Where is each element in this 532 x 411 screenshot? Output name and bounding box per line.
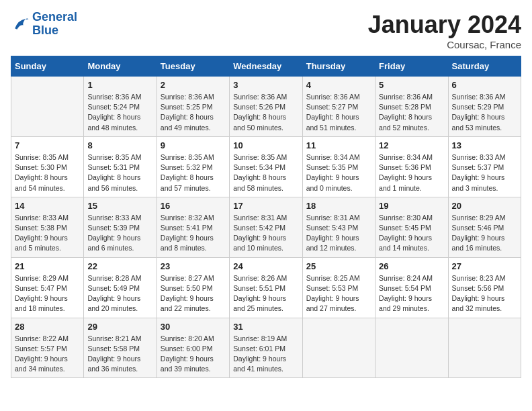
day-cell: 29Sunrise: 8:21 AMSunset: 5:58 PMDayligh…: [84, 318, 157, 378]
logo-blue: Blue: [32, 24, 58, 37]
day-info: Sunrise: 8:35 AMSunset: 5:30 PMDaylight:…: [15, 152, 80, 193]
day-info: Sunrise: 8:36 AMSunset: 5:28 PMDaylight:…: [379, 92, 444, 133]
day-info: Sunrise: 8:33 AMSunset: 5:38 PMDaylight:…: [15, 213, 80, 254]
day-info: Sunrise: 8:25 AMSunset: 5:53 PMDaylight:…: [306, 273, 371, 314]
day-cell: 7Sunrise: 8:35 AMSunset: 5:30 PMDaylight…: [11, 136, 84, 197]
day-number: 11: [306, 140, 371, 150]
day-cell: 21Sunrise: 8:29 AMSunset: 5:47 PMDayligh…: [11, 257, 84, 318]
day-cell: 19Sunrise: 8:30 AMSunset: 5:45 PMDayligh…: [375, 197, 448, 257]
day-info: Sunrise: 8:29 AMSunset: 5:46 PMDaylight:…: [452, 213, 517, 254]
day-info: Sunrise: 8:20 AMSunset: 6:00 PMDaylight:…: [161, 334, 226, 375]
day-number: 12: [379, 140, 444, 150]
day-info: Sunrise: 8:36 AMSunset: 5:25 PMDaylight:…: [161, 92, 226, 133]
day-info: Sunrise: 8:32 AMSunset: 5:41 PMDaylight:…: [161, 213, 226, 254]
day-number: 21: [15, 261, 80, 271]
day-info: Sunrise: 8:31 AMSunset: 5:43 PMDaylight:…: [306, 213, 371, 254]
day-header-thursday: Thursday: [302, 56, 375, 77]
days-header-row: SundayMondayTuesdayWednesdayThursdayFrid…: [11, 56, 521, 77]
day-cell: [448, 318, 521, 378]
day-cell: [302, 318, 375, 378]
day-cell: 5Sunrise: 8:36 AMSunset: 5:28 PMDaylight…: [375, 77, 448, 137]
day-cell: 30Sunrise: 8:20 AMSunset: 6:00 PMDayligh…: [157, 318, 229, 378]
day-info: Sunrise: 8:36 AMSunset: 5:29 PMDaylight:…: [452, 92, 517, 133]
day-cell: 18Sunrise: 8:31 AMSunset: 5:43 PMDayligh…: [302, 197, 375, 257]
day-cell: 4Sunrise: 8:36 AMSunset: 5:27 PMDaylight…: [302, 77, 375, 137]
logo: General Blue: [11, 11, 77, 38]
day-info: Sunrise: 8:24 AMSunset: 5:54 PMDaylight:…: [379, 273, 444, 314]
day-info: Sunrise: 8:28 AMSunset: 5:49 PMDaylight:…: [87, 273, 152, 314]
day-cell: 9Sunrise: 8:35 AMSunset: 5:32 PMDaylight…: [157, 136, 229, 197]
day-number: 30: [161, 322, 226, 332]
day-cell: 1Sunrise: 8:36 AMSunset: 5:24 PMDaylight…: [84, 77, 157, 137]
day-number: 24: [233, 261, 298, 271]
day-number: 27: [452, 261, 517, 271]
day-number: 2: [161, 80, 226, 90]
day-info: Sunrise: 8:35 AMSunset: 5:32 PMDaylight:…: [161, 152, 226, 193]
day-cell: 26Sunrise: 8:24 AMSunset: 5:54 PMDayligh…: [375, 257, 448, 318]
day-info: Sunrise: 8:35 AMSunset: 5:34 PMDaylight:…: [233, 152, 298, 193]
logo-icon: [11, 15, 30, 34]
day-info: Sunrise: 8:34 AMSunset: 5:36 PMDaylight:…: [379, 152, 444, 193]
day-header-tuesday: Tuesday: [157, 56, 229, 77]
day-info: Sunrise: 8:29 AMSunset: 5:47 PMDaylight:…: [15, 273, 80, 314]
day-number: 23: [161, 261, 226, 271]
day-header-saturday: Saturday: [448, 56, 521, 77]
day-number: 6: [452, 80, 517, 90]
week-row-5: 28Sunrise: 8:22 AMSunset: 5:57 PMDayligh…: [11, 318, 521, 378]
day-number: 31: [233, 322, 298, 332]
day-info: Sunrise: 8:27 AMSunset: 5:50 PMDaylight:…: [161, 273, 226, 314]
day-cell: 16Sunrise: 8:32 AMSunset: 5:41 PMDayligh…: [157, 197, 229, 257]
day-cell: 27Sunrise: 8:23 AMSunset: 5:56 PMDayligh…: [448, 257, 521, 318]
day-info: Sunrise: 8:30 AMSunset: 5:45 PMDaylight:…: [379, 213, 444, 254]
calendar-table: SundayMondayTuesdayWednesdayThursdayFrid…: [11, 56, 521, 378]
day-info: Sunrise: 8:22 AMSunset: 5:57 PMDaylight:…: [15, 334, 80, 375]
day-number: 10: [233, 140, 298, 150]
day-number: 8: [87, 140, 152, 150]
day-number: 3: [233, 80, 298, 90]
title-area: January 2024 Coursac, France: [368, 11, 521, 50]
day-cell: 13Sunrise: 8:33 AMSunset: 5:37 PMDayligh…: [448, 136, 521, 197]
week-row-4: 21Sunrise: 8:29 AMSunset: 5:47 PMDayligh…: [11, 257, 521, 318]
day-number: 4: [306, 80, 371, 90]
header: General Blue January 2024 Coursac, Franc…: [11, 11, 521, 50]
day-number: 14: [15, 201, 80, 211]
day-number: 29: [87, 322, 152, 332]
day-number: 25: [306, 261, 371, 271]
day-cell: 23Sunrise: 8:27 AMSunset: 5:50 PMDayligh…: [157, 257, 229, 318]
day-number: 17: [233, 201, 298, 211]
location-title: Coursac, France: [368, 39, 521, 50]
day-cell: 28Sunrise: 8:22 AMSunset: 5:57 PMDayligh…: [11, 318, 84, 378]
day-info: Sunrise: 8:34 AMSunset: 5:35 PMDaylight:…: [306, 152, 371, 193]
day-number: 18: [306, 201, 371, 211]
day-info: Sunrise: 8:33 AMSunset: 5:39 PMDaylight:…: [87, 213, 152, 254]
day-cell: 31Sunrise: 8:19 AMSunset: 6:01 PMDayligh…: [230, 318, 302, 378]
day-info: Sunrise: 8:36 AMSunset: 5:27 PMDaylight:…: [306, 92, 371, 133]
day-info: Sunrise: 8:36 AMSunset: 5:26 PMDaylight:…: [233, 92, 298, 133]
week-row-1: 1Sunrise: 8:36 AMSunset: 5:24 PMDaylight…: [11, 77, 521, 137]
month-title: January 2024: [368, 11, 521, 39]
day-header-sunday: Sunday: [11, 56, 84, 77]
day-cell: 15Sunrise: 8:33 AMSunset: 5:39 PMDayligh…: [84, 197, 157, 257]
day-info: Sunrise: 8:35 AMSunset: 5:31 PMDaylight:…: [87, 152, 152, 193]
day-number: 7: [15, 140, 80, 150]
day-cell: 11Sunrise: 8:34 AMSunset: 5:35 PMDayligh…: [302, 136, 375, 197]
day-number: 5: [379, 80, 444, 90]
day-number: 22: [87, 261, 152, 271]
day-info: Sunrise: 8:31 AMSunset: 5:42 PMDaylight:…: [233, 213, 298, 254]
day-info: Sunrise: 8:26 AMSunset: 5:51 PMDaylight:…: [233, 273, 298, 314]
day-cell: 22Sunrise: 8:28 AMSunset: 5:49 PMDayligh…: [84, 257, 157, 318]
day-number: 16: [161, 201, 226, 211]
day-header-friday: Friday: [375, 56, 448, 77]
day-cell: 14Sunrise: 8:33 AMSunset: 5:38 PMDayligh…: [11, 197, 84, 257]
day-cell: 25Sunrise: 8:25 AMSunset: 5:53 PMDayligh…: [302, 257, 375, 318]
day-cell: 12Sunrise: 8:34 AMSunset: 5:36 PMDayligh…: [375, 136, 448, 197]
day-number: 1: [87, 80, 152, 90]
day-cell: 17Sunrise: 8:31 AMSunset: 5:42 PMDayligh…: [230, 197, 302, 257]
day-cell: [11, 77, 84, 137]
day-number: 13: [452, 140, 517, 150]
day-cell: 3Sunrise: 8:36 AMSunset: 5:26 PMDaylight…: [230, 77, 302, 137]
day-cell: 8Sunrise: 8:35 AMSunset: 5:31 PMDaylight…: [84, 136, 157, 197]
day-cell: 2Sunrise: 8:36 AMSunset: 5:25 PMDaylight…: [157, 77, 229, 137]
day-number: 19: [379, 201, 444, 211]
day-header-monday: Monday: [84, 56, 157, 77]
